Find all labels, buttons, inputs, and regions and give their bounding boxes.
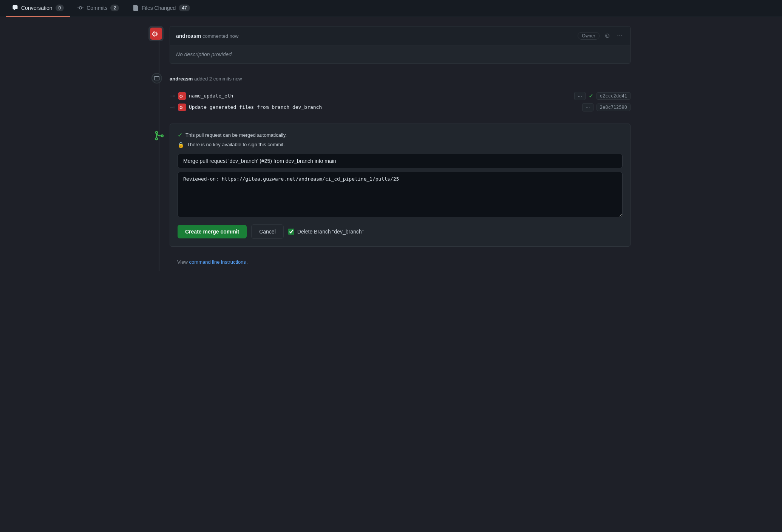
gitea-logo: ⚙ [148,26,164,41]
event-author: andreasm [170,76,193,82]
tab-commits-label: Commits [87,5,107,11]
event-text: andreasm added 2 commits now [170,73,242,83]
merge-container: ✓ This pull request can be merged automa… [170,124,631,271]
svg-text:⚙: ⚙ [179,105,183,110]
merge-commit-title-input[interactable] [178,154,623,168]
svg-text:⚙: ⚙ [151,30,158,38]
comment-header: andreasm commented now Owner ☺ ··· [170,26,630,45]
avatar: ⚙ [148,26,164,41]
merge-commit-body-textarea[interactable]: Reviewed-on: https://gitea.guzware.net/a… [178,172,623,217]
commit-hash-2: 2e8c712590 [597,104,631,111]
commit-item: ⊸ ⚙ name_update_eth ··· ✓ e2ccc2dd41 [170,92,631,100]
merge-check-icon: ✓ [178,131,182,139]
main-content: ⚙ andreasm commented now Owner ☺ ··· [145,17,637,280]
commit-avatar-2: ⚙ [178,104,186,111]
commit-name-2: Update generated files from branch dev_b… [189,104,579,110]
timeline-line [159,26,159,271]
lock-icon: 🔒 [178,142,184,148]
event-action: added 2 commits now [194,76,242,82]
delete-branch-checkbox[interactable] [288,229,294,235]
delete-branch-text: Delete Branch "dev_branch" [297,229,364,235]
commits-event-icon [151,73,162,84]
tab-commits-badge: 2 [110,5,119,11]
comment-body-text: No description provided. [176,51,233,57]
tab-bar: Conversation 0 Commits 2 Files Changed 4… [0,0,782,17]
conversation-icon [12,5,18,11]
tab-conversation-label: Conversation [21,5,53,11]
owner-badge: Owner [578,32,599,40]
commit-more-button-2[interactable]: ··· [582,103,593,111]
commit-dot-icon-2: ⊸ [170,103,175,111]
footer-view-text: View [177,259,188,265]
emoji-button[interactable]: ☺ [603,30,612,41]
commits-event: andreasm added 2 commits now ⊸ ⚙ name_up… [170,73,631,111]
create-merge-commit-button[interactable]: Create merge commit [178,225,247,238]
merge-actions: Create merge commit Cancel Delete Branch… [178,224,623,239]
footer-period: . [247,259,249,265]
tab-conversation-badge: 0 [56,5,64,11]
merge-can-merge-text: This pull request can be merged automati… [185,132,287,138]
delete-branch-label[interactable]: Delete Branch "dev_branch" [288,229,364,235]
merge-status-key: 🔒 There is no key available to sign this… [178,142,623,148]
commit-hash-1: e2ccc2dd41 [597,92,631,100]
commits-list: ⊸ ⚙ name_update_eth ··· ✓ e2ccc2dd41 ⊸ [170,92,631,111]
tab-commits[interactable]: Commits 2 [71,0,125,17]
commit-avatar: ⚙ [178,92,186,100]
merge-no-key-text: There is no key available to sign this c… [187,142,285,147]
comment-author-info: andreasm commented now [176,33,238,39]
merge-section: ✓ This pull request can be merged automa… [170,124,631,247]
merge-status: ✓ This pull request can be merged automa… [178,131,623,148]
more-options-button[interactable]: ··· [615,30,624,41]
comment-box: andreasm commented now Owner ☺ ··· No de… [170,26,631,64]
comment-body: No description provided. [170,45,630,63]
tab-files-changed[interactable]: Files Changed 47 [127,0,196,17]
comment-section: ⚙ andreasm commented now Owner ☺ ··· [170,26,631,64]
commit-name-1: name_update_eth [189,93,571,99]
tab-files-changed-badge: 47 [179,5,190,11]
merge-icon [151,128,167,143]
svg-text:⚙: ⚙ [179,94,183,99]
comment-author: andreasm [176,33,201,39]
tab-conversation[interactable]: Conversation 0 [6,0,70,17]
merge-footer: View command line instructions . [170,253,631,271]
comment-header-actions: Owner ☺ ··· [578,30,624,41]
commits-icon [77,5,83,11]
merge-status-ok: ✓ This pull request can be merged automa… [178,131,623,139]
cancel-button[interactable]: Cancel [251,224,284,239]
command-line-instructions-link[interactable]: command line instructions [189,259,246,265]
commit-item-2: ⊸ ⚙ Update generated files from branch d… [170,103,631,111]
commit-dot-icon: ⊸ [170,92,175,100]
commit-actions-1: ··· ✓ e2ccc2dd41 [574,92,631,100]
files-changed-icon [133,5,139,11]
commit-check-icon-1: ✓ [589,92,593,99]
comment-action: commented now [202,33,238,39]
timeline: ⚙ andreasm commented now Owner ☺ ··· [151,26,631,271]
tab-files-changed-label: Files Changed [142,5,176,11]
commit-more-button-1[interactable]: ··· [574,92,586,100]
commit-actions-2: ··· 2e8c712590 [582,103,631,111]
